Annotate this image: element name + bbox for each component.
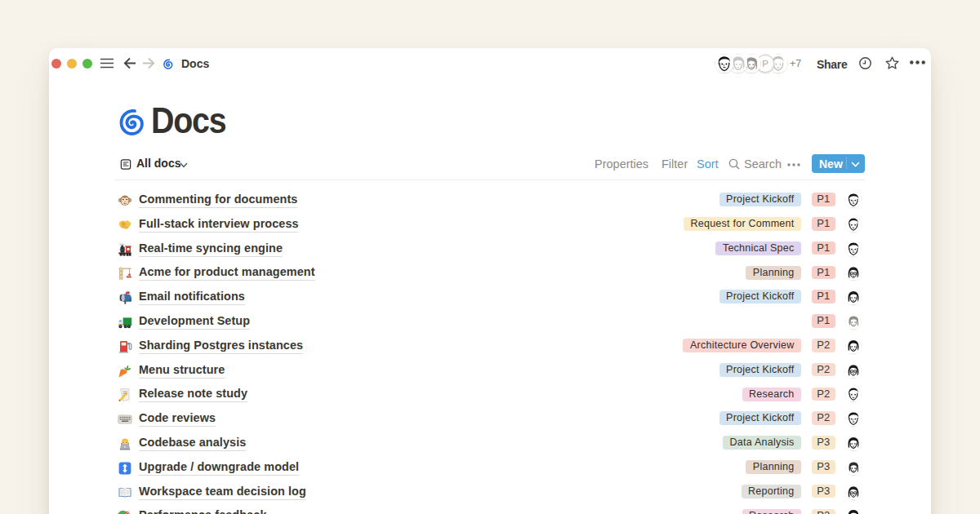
svg-text:P: P [762,59,768,69]
